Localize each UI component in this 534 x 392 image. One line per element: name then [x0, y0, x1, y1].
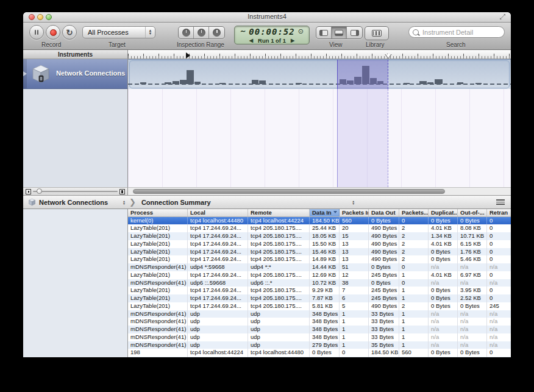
disclosure-triangle-icon[interactable]	[23, 71, 27, 76]
search-field[interactable]	[408, 26, 505, 38]
inspection-range-clock-button[interactable]	[194, 27, 209, 38]
histogram-bar	[173, 81, 179, 84]
table-cell: mDNSResponder(41)	[128, 333, 188, 341]
table-row[interactable]: LazyTable(201)tcp4 17.244.69.24...tcp4 2…	[128, 302, 511, 310]
table-row[interactable]: LazyTable(201)tcp4 17.244.69.24...tcp4 2…	[128, 287, 511, 294]
summary-popup-label[interactable]: Connection Summary	[141, 199, 211, 206]
view-right-pane-button[interactable]	[347, 27, 362, 38]
table-cell: 0 Bytes	[429, 255, 458, 263]
table-cell: tcp4 localhost:44224	[188, 349, 248, 357]
table-cell: tcp4 205.180.175....	[248, 271, 310, 279]
table-row[interactable]: mDNSResponder(41)udpudp348 Bytes133 Byte…	[128, 326, 511, 333]
resize-icon[interactable]	[499, 13, 506, 20]
table-cell: 0 Bytes	[369, 357, 399, 357]
record-label: Record	[41, 41, 61, 48]
view-bottom-pane-button[interactable]	[332, 27, 347, 38]
view-label: View	[329, 41, 343, 48]
table-cell: 245 Bytes	[369, 287, 399, 294]
zoom-out-icon[interactable]	[26, 189, 31, 194]
inspection-range-start-button[interactable]	[179, 27, 194, 38]
table-cell: tcp4 17.244.69.24...	[188, 271, 248, 279]
menu-icon[interactable]	[496, 199, 505, 205]
table-cell: 0	[487, 217, 511, 225]
column-header-duplicat-[interactable]: Duplicat...	[429, 209, 458, 216]
table-row[interactable]: LazyTable(201)tcp4 17.244.69.24...tcp4 2…	[128, 224, 511, 232]
table-cell: n/a	[458, 333, 487, 341]
table-cell: 490 Bytes	[369, 232, 399, 240]
timer-mode-icon[interactable]: ⊙	[298, 27, 304, 35]
column-header-packets-in[interactable]: Packets In	[340, 209, 369, 216]
track-lane[interactable]	[128, 59, 511, 89]
column-header-retran[interactable]: Retran	[487, 209, 511, 216]
instrument-disclosure-strip[interactable]	[23, 59, 27, 88]
zoom-slider-thumb[interactable]	[37, 188, 42, 194]
column-header-out-of-[interactable]: Out-of-...	[458, 209, 487, 216]
table-row[interactable]: LazyTable(201)tcp4 17.244.69.24...tcp4 2…	[128, 240, 511, 248]
next-run-button[interactable]: ▶	[291, 38, 294, 43]
instrument-popup-label: Network Connections	[39, 199, 108, 206]
table-row[interactable]: LazyTable(201)tcp4 17.244.69.24...tcp4 2…	[128, 232, 511, 240]
table-cell: 0	[487, 224, 511, 232]
timeline-ruler[interactable]	[128, 50, 511, 59]
inspection-range-end-button[interactable]	[209, 27, 224, 38]
table-row[interactable]: kernel(0)tcp4 localhost:44480tcp4 localh…	[128, 217, 511, 225]
pause-button[interactable]	[29, 25, 44, 40]
summary-updown-icon[interactable]: ▲▼	[352, 200, 355, 205]
table-row[interactable]: mDNSResponder(41)udp6 ::.59668udp6 ::.*1…	[128, 279, 511, 287]
table-row[interactable]: mDNSResponder(41)udpudp0 Bytes00 Bytes0n…	[128, 357, 511, 357]
column-header-local[interactable]: Local	[188, 209, 248, 216]
table-cell: tcp4 205.180.175....	[248, 232, 310, 240]
table-row[interactable]: mDNSResponder(41)udpudp348 Bytes133 Byte…	[128, 318, 511, 326]
table-row[interactable]: mDNSResponder(41)udpudp348 Bytes133 Byte…	[128, 310, 511, 318]
zoom-slider-track[interactable]	[33, 191, 118, 192]
target-popup[interactable]: All Processes ▲▼	[82, 26, 155, 38]
table-cell: 14.44 KB	[310, 263, 340, 271]
table-row[interactable]: mDNSResponder(41)udpudp279 Bytes135 Byte…	[128, 341, 511, 349]
instrument-detail-popup[interactable]: Network Connections ▲▼	[23, 196, 128, 208]
table-cell: 6	[340, 294, 369, 302]
previous-run-button[interactable]: ◀	[249, 38, 253, 43]
record-button[interactable]	[46, 25, 60, 40]
table-cell: 490 Bytes	[369, 302, 399, 310]
library-button[interactable]	[365, 26, 389, 40]
search-input[interactable]	[421, 28, 500, 37]
table-row[interactable]: LazyTable(201)tcp4 17.244.69.24...tcp4 2…	[128, 294, 511, 302]
column-header-data-in[interactable]: Data In	[310, 209, 340, 216]
table-cell: 5	[340, 302, 369, 310]
column-header-process[interactable]: Process	[128, 209, 188, 216]
table-cell: udp6 ::.59668	[188, 279, 248, 287]
column-header-remote[interactable]: Remote	[248, 209, 310, 216]
inspection-range-control	[178, 26, 225, 39]
table-cell: n/a	[458, 279, 487, 287]
instruments-pane-header: Instruments	[23, 50, 128, 59]
detail-popup-bar: Network Connections ▲▼ ❯ Connection Summ…	[23, 195, 511, 209]
table-cell: mDNSResponder(41)	[128, 318, 188, 326]
table-cell: LazyTable(201)	[128, 224, 188, 232]
table-row[interactable]: 198tcp4 localhost:44224tcp4 localhost:44…	[128, 349, 511, 357]
track-selection-region[interactable]	[337, 60, 388, 89]
lower-selection-region	[337, 89, 388, 187]
table-row[interactable]: LazyTable(201)tcp4 17.244.69.24...tcp4 2…	[128, 271, 511, 279]
table-row[interactable]: mDNSResponder(41)udp4 *:59668udp4 *:*14.…	[128, 263, 511, 271]
column-header-packets-[interactable]: Packets...	[399, 209, 429, 216]
table-cell: 13	[340, 248, 369, 256]
table-row[interactable]: LazyTable(201)tcp4 17.244.69.24...tcp4 2…	[128, 255, 511, 263]
flag-marker-icon[interactable]	[186, 52, 190, 59]
track-lower-area[interactable]	[128, 89, 511, 187]
loop-button[interactable]: ↻	[62, 25, 77, 40]
table-cell: 0	[487, 232, 511, 240]
zoom-in-icon[interactable]	[119, 189, 125, 194]
table-cell: 0 Bytes	[310, 349, 340, 357]
view-left-pane-button[interactable]	[316, 27, 332, 38]
table-cell: LazyTable(201)	[128, 232, 188, 240]
scrollbar-thumb[interactable]	[133, 189, 445, 194]
playhead-icon[interactable]	[385, 54, 392, 59]
table-cell: 1	[399, 341, 429, 349]
title-bar[interactable]: Instruments4	[23, 12, 511, 23]
instrument-row-network-connections[interactable]: Network Connectionsi	[23, 59, 128, 89]
column-header-data-out[interactable]: Data Out	[369, 209, 399, 216]
inspection-range-label: Inspection Range	[177, 41, 224, 48]
horizontal-scrollbar[interactable]	[128, 187, 511, 195]
table-row[interactable]: LazyTable(201)tcp4 17.244.69.24...tcp4 2…	[128, 248, 511, 256]
table-row[interactable]: mDNSResponder(41)udpudp348 Bytes133 Byte…	[128, 333, 511, 341]
